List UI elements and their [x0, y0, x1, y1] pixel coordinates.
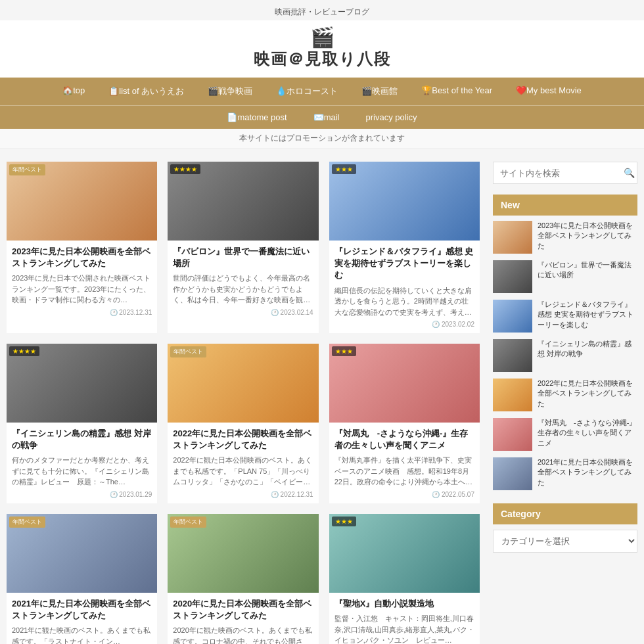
sidebar-post[interactable]: 2021年に見た日本公開映画を全部ベストランキングしてみた: [493, 457, 637, 490]
article-card[interactable]: ★★★『聖地X』自動小説製造地監督・入江悠 キャスト：岡田将生,川口春奈,沢口清…: [329, 514, 480, 644]
search-input[interactable]: [494, 163, 617, 183]
article-excerpt: 何かのメタファーだとか考察だとか、考えずに見ても十分に怖い。『イニシェリン島の精…: [12, 455, 152, 488]
article-card[interactable]: ★★★★『イニシェリン島の精霊』感想 対岸の戦争何かのメタファーだとか考察だとか…: [7, 344, 157, 503]
sidebar-category-title: Category: [493, 503, 637, 524]
sub-nav-link[interactable]: 📄matome post: [214, 106, 300, 129]
article-thumb: ★★★: [329, 514, 480, 593]
article-card[interactable]: ★★★『対馬丸 -さようなら沖縄-』生存者の生々しい声を聞くアニメ『対馬丸事件』…: [329, 344, 480, 503]
main-nav-item: 🏆Best of the Year: [409, 78, 504, 105]
article-title: 『聖地X』自動小説製造地: [334, 598, 474, 610]
article-title: 『レジェンド＆バタフライ』感想 史実を期待せずラブストーリーを楽しむ: [334, 246, 474, 282]
article-card[interactable]: 年間ベスト2021年に見た日本公開映画を全部ベストランキングしてみた2021年に…: [7, 514, 157, 644]
article-body: 2021年に見た日本公開映画を全部ベストランキングしてみた2021年に観た映画の…: [7, 593, 157, 644]
article-title: 『バビロン』世界で一番魔法に近い場所: [173, 246, 313, 269]
sidebar-post-thumb: [493, 221, 532, 254]
article-thumb: ★★★: [329, 162, 480, 241]
article-card[interactable]: ★★★★『バビロン』世界で一番魔法に近い場所世間の評価はどうでもよく、今年最高の…: [168, 162, 318, 333]
article-excerpt: 世間の評価はどうでもよく、今年最高の名作かどうかも史実かどうかもどうでもよく、私…: [173, 273, 313, 306]
sidebar-post-thumb: [493, 260, 532, 293]
article-body: 『バビロン』世界で一番魔法に近い場所世間の評価はどうでもよく、今年最高の名作かど…: [168, 241, 318, 321]
sidebar-post-title: 『イニシェリン島の精霊』感想 対岸の戦争: [538, 339, 637, 372]
sidebar-post-title: 2022年に見た日本公開映画を全部ベストランキングしてみた: [538, 379, 637, 411]
article-title: 『イニシェリン島の精霊』感想 対岸の戦争: [12, 428, 152, 451]
site-logo-wrap: 🎬 映画＠見取り八段: [0, 20, 644, 78]
article-thumb: ★★★: [329, 344, 480, 423]
main-nav-item: 💧ホロコースト: [264, 78, 350, 105]
article-date: 🕐 2022.12.31: [173, 491, 313, 498]
sidebar-post-thumb: [493, 379, 532, 411]
sidebar-new-title: New: [493, 195, 637, 216]
article-title: 2020年に見た日本公開映画を全部ベストランキングしてみた: [173, 598, 313, 622]
sidebar-post-thumb: [493, 457, 532, 490]
article-badge: 年間ベスト: [9, 517, 45, 528]
article-thumb: ★★★★: [168, 162, 318, 241]
site-logo-title: 映画＠見取り八段: [0, 49, 644, 70]
sidebar-post[interactable]: 『対馬丸 -さようなら沖縄-』生存者の生々しい声を聞くアニメ: [493, 418, 637, 451]
main-nav-link[interactable]: 💧ホロコースト: [264, 78, 350, 105]
main-navigation: 🏠top📋list of あいうえお🎬戦争映画💧ホロコースト🎬映画館🏆Best …: [0, 78, 644, 105]
article-card[interactable]: 年間ベスト2022年に見た日本公開映画を全部ベストランキングしてみた2022年に…: [168, 344, 318, 503]
sidebar-post-title: 『レジェンド＆バタフライ』感想 史実を期待せずラブストーリーを楽しむ: [538, 300, 637, 333]
article-date: 🕐 2023.01.29: [12, 491, 152, 498]
sub-nav-link[interactable]: ✉️mail: [300, 106, 353, 129]
main-nav-item: 📋list of あいうえお: [97, 78, 196, 105]
sidebar-post-title: 2021年に見た日本公開映画を全部ベストランキングしてみた: [538, 457, 637, 490]
sidebar-post-title: 2023年に見た日本公開映画を全部ベストランキングしてみた: [538, 221, 637, 254]
article-card[interactable]: 年間ベスト2020年に見た日本公開映画を全部ベストランキングしてみた2020年に…: [168, 514, 318, 644]
sidebar-post[interactable]: 『バビロン』世界で一番魔法に近い場所: [493, 260, 637, 293]
main-nav-link[interactable]: ❤️My best Movie: [504, 78, 593, 103]
sidebar: 🔍 New 2023年に見た日本公開映画を全部ベストランキングしてみた『バビロン…: [493, 162, 637, 644]
main-nav-link[interactable]: 📋list of あいうえお: [97, 78, 196, 105]
site-logo-icon: 🎬: [0, 26, 644, 49]
article-grid: 年間ベスト2023年に見た日本公開映画を全部ベストランキングしてみた2023年に…: [7, 162, 480, 644]
sidebar-post[interactable]: 『イニシェリン島の精霊』感想 対岸の戦争: [493, 339, 637, 372]
article-excerpt: 2023年に見た日本で公開された映画ベストランキング一覧です。2023年にたくっ…: [12, 273, 152, 306]
article-badge: 年間ベスト: [170, 346, 206, 357]
article-card[interactable]: ★★★『レジェンド＆バタフライ』感想 史実を期待せずラブストーリーを楽しむ織田信…: [329, 162, 480, 333]
article-title: 2021年に見た日本公開映画を全部ベストランキングしてみた: [12, 598, 152, 622]
article-thumb: 年間ベスト: [168, 344, 318, 423]
article-excerpt: 2021年に観た映画のベスト。あくまでも私感です。「ラストナイト・イン…: [12, 625, 152, 644]
sidebar-new-section: New 2023年に見た日本公開映画を全部ベストランキングしてみた『バビロン』世…: [493, 195, 637, 490]
sidebar-post[interactable]: 2023年に見た日本公開映画を全部ベストランキングしてみた: [493, 221, 637, 254]
sidebar-post[interactable]: 2022年に見た日本公開映画を全部ベストランキングしてみた: [493, 379, 637, 411]
article-stars: ★★★★: [9, 346, 39, 356]
sidebar-post-title: 『対馬丸 -さようなら沖縄-』生存者の生々しい声を聞くアニメ: [538, 418, 637, 451]
main-content: 年間ベスト2023年に見た日本公開映画を全部ベストランキングしてみた2023年に…: [7, 162, 480, 644]
article-body: 2022年に見た日本公開映画を全部ベストランキングしてみた2022年に観た日本公…: [168, 423, 318, 503]
sidebar-new-posts: 2023年に見た日本公開映画を全部ベストランキングしてみた『バビロン』世界で一番…: [493, 221, 637, 490]
main-nav-link[interactable]: 🎬戦争映画: [196, 78, 264, 105]
article-body: 『聖地X』自動小説製造地監督・入江悠 キャスト：岡田将生,川口春奈,沢口清哉,山…: [329, 593, 480, 644]
article-excerpt: 2020年に観た映画のベスト。あくまでも私感です。コロナ禍の中、それでも公開され…: [173, 625, 313, 644]
main-nav-link[interactable]: 🏆Best of the Year: [409, 78, 504, 103]
article-stars: ★★★: [332, 517, 356, 526]
category-select[interactable]: カテゴリーを選択: [493, 530, 637, 553]
article-card[interactable]: 年間ベスト2023年に見た日本公開映画を全部ベストランキングしてみた2023年に…: [7, 162, 157, 333]
sidebar-post-title: 『バビロン』世界で一番魔法に近い場所: [538, 260, 637, 293]
sidebar-category-section: Category カテゴリーを選択: [493, 503, 637, 553]
main-nav-item: 🎬戦争映画: [196, 78, 264, 105]
main-nav-link[interactable]: 🎬映画館: [350, 78, 409, 105]
search-button[interactable]: 🔍: [617, 162, 641, 183]
sidebar-post[interactable]: 『レジェンド＆バタフライ』感想 史実を期待せずラブストーリーを楽しむ: [493, 300, 637, 333]
article-date: 🕐 2023.02.14: [173, 309, 313, 316]
article-body: 『レジェンド＆バタフライ』感想 史実を期待せずラブストーリーを楽しむ織田信長の伝…: [329, 241, 480, 333]
page-layout: 年間ベスト2023年に見た日本公開映画を全部ベストランキングしてみた2023年に…: [0, 149, 644, 644]
article-body: 『イニシェリン島の精霊』感想 対岸の戦争何かのメタファーだとか考察だとか、考えず…: [7, 423, 157, 503]
main-nav-item: 🏠top: [51, 78, 97, 105]
sub-nav-link[interactable]: privacy policy: [352, 106, 430, 129]
article-thumb: 年間ベスト: [7, 514, 157, 593]
article-date: 🕐 2023.02.02: [334, 321, 474, 328]
main-nav-item: ❤️My best Movie: [504, 78, 593, 105]
site-tagline-bar: 映画批評・レビューブログ: [0, 0, 644, 20]
main-nav-item: 🎬映画館: [350, 78, 409, 105]
article-excerpt: 『対馬丸事件』を描く太平洋戦争下、史実ベースのアニメ映画 感想。昭和19年8月2…: [334, 455, 474, 488]
site-tagline: 映画批評・レビューブログ: [0, 0, 644, 20]
article-badge: 年間ベスト: [170, 517, 206, 528]
promo-bar: 本サイトにはプロモーションが含まれています: [0, 129, 644, 149]
search-box: 🔍: [493, 162, 637, 184]
main-nav-link[interactable]: 🏠top: [51, 78, 97, 103]
sub-navigation: 📄matome post✉️mailprivacy policy: [0, 105, 644, 129]
article-thumb: ★★★★: [7, 344, 157, 423]
sub-nav-item: ✉️mail: [300, 106, 353, 129]
